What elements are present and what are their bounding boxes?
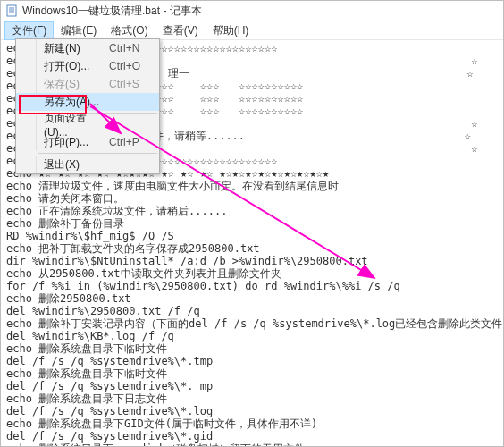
- text-line: del /f /s /q %systemdrive%\*.tmp: [6, 355, 498, 367]
- text-line: RD %windir%\$hf_mig$ /Q /S: [6, 230, 498, 242]
- text-line: echo 删除补丁备份目录: [6, 217, 498, 230]
- menu-item-shortcut: Ctrl+S: [109, 78, 159, 90]
- menu-item-iconcol: [16, 133, 37, 151]
- text-line: echo 清理垃圾文件，速度由电脑文件大小而定。在没看到结尾信息时: [6, 180, 498, 192]
- text-line: del /f /s /q %systemdrive%\*._mp: [6, 380, 498, 392]
- text-line: echo 从2950800.txt中读取文件夹列表并且删除文件夹: [6, 267, 498, 280]
- text-line: echo 请勿关闭本窗口。: [6, 192, 498, 205]
- text-line: for /f %%i in (%windir%\2950800.txt) do …: [6, 280, 498, 292]
- menu-item-label: 打印(P)...: [37, 135, 109, 150]
- menu-item-iconcol: [16, 156, 37, 173]
- text-line: echo 把补丁卸载文件夹的名字保存成2950800.txt: [6, 242, 498, 255]
- menu-separator: [38, 153, 157, 154]
- text-line: del %windir%\2950800.txt /f /q: [6, 305, 498, 317]
- text-line: del /f /s /q %systemdrive%\*.log: [6, 405, 498, 417]
- menu-item-label: 保存(S): [37, 77, 109, 92]
- menu-item-label: 退出(X): [37, 157, 109, 173]
- file-menu-item-6[interactable]: 打印(P)...Ctrl+P: [16, 133, 159, 151]
- file-menu-item-0[interactable]: 新建(N)Ctrl+N: [16, 39, 159, 57]
- menu-item-iconcol: [16, 57, 37, 75]
- menu-format[interactable]: 格式(O): [104, 21, 155, 40]
- menu-file[interactable]: 文件(F): [4, 21, 54, 40]
- text-line: echo 正在清除系统垃圾文件，请稍后......: [6, 205, 498, 217]
- menu-edit[interactable]: 编辑(E): [54, 21, 104, 40]
- text-line: del /f /s /q %systemdrive%\*.gid: [6, 430, 498, 443]
- titlebar: Windows10一键垃圾清理.bat - 记事本: [1, 1, 503, 21]
- menu-item-shortcut: Ctrl+O: [109, 60, 159, 72]
- menu-item-iconcol: [16, 75, 37, 93]
- text-line: echo 删除2950800.txt: [6, 292, 498, 305]
- text-line: echo 删除系统目录下scandisk（磁盘扫描）留下的无用文件: [6, 443, 498, 446]
- text-line: dir %windir%\$NtUninstall* /a:d /b >%win…: [6, 255, 498, 267]
- menubar: 文件(F) 编辑(E) 格式(O) 查看(V) 帮助(H): [1, 21, 503, 40]
- menu-item-label: 打开(O)...: [37, 59, 109, 74]
- window-title: Windows10一键垃圾清理.bat - 记事本: [22, 4, 202, 19]
- text-line: echo 删除系统盘目录下临时文件: [6, 367, 498, 380]
- menu-item-iconcol: [16, 93, 37, 111]
- notepad-icon: [6, 4, 19, 17]
- menu-item-iconcol: [16, 39, 37, 57]
- text-line: echo 删除系统盘目录下临时文件: [6, 342, 498, 355]
- file-menu-item-8[interactable]: 退出(X): [16, 156, 159, 173]
- file-menu-item-2: 保存(S)Ctrl+S: [16, 75, 159, 93]
- text-line: echo 删除系统盘目录下日志文件: [6, 392, 498, 405]
- text-line: echo 删除补丁安装记录内容（下面的del /f /s /q %systemd…: [6, 317, 498, 330]
- notepad-window: Windows10一键垃圾清理.bat - 记事本 文件(F) 编辑(E) 格式…: [0, 0, 504, 447]
- text-line: echo 删除系统盘目录下GID文件(属于临时文件，具体作用不详): [6, 417, 498, 430]
- file-menu-item-1[interactable]: 打开(O)...Ctrl+O: [16, 57, 159, 75]
- file-menu-item-3[interactable]: 另存为(A)...: [16, 93, 159, 111]
- menu-view[interactable]: 查看(V): [155, 21, 206, 40]
- svg-rect-0: [7, 5, 16, 16]
- menu-item-label: 新建(N): [37, 41, 109, 56]
- menu-item-label: 另存为(A)...: [37, 95, 109, 110]
- file-dropdown: 新建(N)Ctrl+N打开(O)...Ctrl+O保存(S)Ctrl+S另存为(…: [15, 38, 160, 174]
- menu-item-iconcol: [16, 115, 37, 133]
- menu-item-shortcut: Ctrl+N: [109, 42, 159, 55]
- text-line: del %windir%\KB*.log /f /q: [6, 330, 498, 342]
- menu-help[interactable]: 帮助(H): [206, 21, 256, 40]
- menu-item-shortcut: Ctrl+P: [109, 136, 159, 148]
- file-menu-item-5[interactable]: 页面设置(U)...: [16, 115, 159, 133]
